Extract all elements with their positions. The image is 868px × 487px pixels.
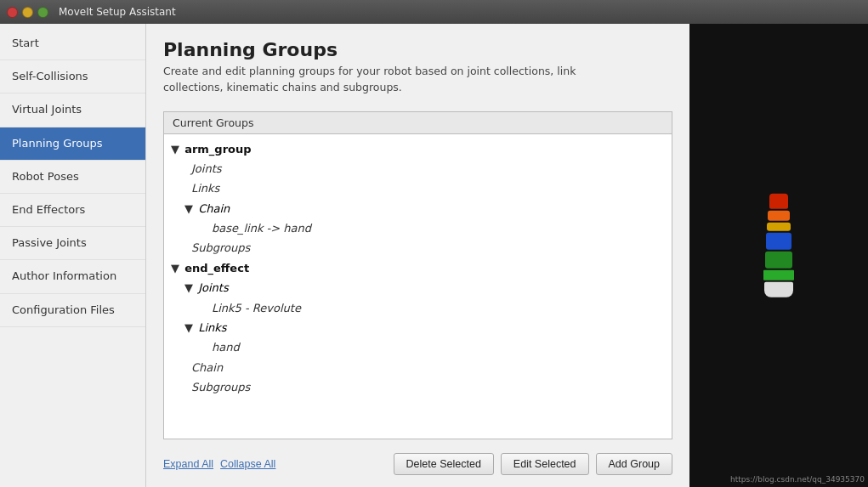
panel-header: Current Groups <box>164 112 672 134</box>
robot-visual <box>763 193 794 297</box>
groups-panel: Current Groups ▼ arm_group Joints Links … <box>163 111 672 440</box>
robot-seg-white <box>764 281 793 297</box>
app-window: Start Self-Collisions Virtual Joints Pla… <box>0 24 868 487</box>
3d-view-panel: https://blog.csdn.net/qq_34935370 <box>689 24 868 487</box>
sidebar: Start Self-Collisions Virtual Joints Pla… <box>0 24 146 487</box>
links-arrow-icon-end: ▼ <box>184 321 193 334</box>
add-group-button[interactable]: Add Group <box>596 453 672 475</box>
tree-group-arm[interactable]: ▼ arm_group <box>171 139 665 159</box>
link5-label: Link5 - Revolute <box>212 302 301 314</box>
3d-canvas: https://blog.csdn.net/qq_34935370 <box>689 24 868 487</box>
sidebar-item-passive-joints[interactable]: Passive Joints <box>0 227 145 260</box>
arrow-icon: ▼ <box>171 143 179 156</box>
tree-leaf-link5[interactable]: Link5 - Revolute <box>171 298 665 318</box>
tree-group-end-effect[interactable]: ▼ end_effect <box>171 258 665 278</box>
tree-parent-joints-end[interactable]: ▼ Joints <box>171 278 665 297</box>
tree-leaf-hand[interactable]: hand <box>171 337 665 357</box>
delete-selected-button[interactable]: Delete Selected <box>394 453 494 475</box>
watermark: https://blog.csdn.net/qq_34935370 <box>730 475 865 484</box>
close-button[interactable] <box>7 7 18 18</box>
tree-parent-links-end[interactable]: ▼ Links <box>171 318 665 337</box>
group-label-end-effect: end_effect <box>184 262 249 275</box>
sidebar-item-virtual-joints[interactable]: Virtual Joints <box>0 93 145 127</box>
sidebar-item-end-effectors[interactable]: End Effectors <box>0 194 145 227</box>
titlebar-buttons <box>7 7 48 18</box>
joints-label-end: Joints <box>198 281 229 294</box>
chain-value-arm: base_link -> hand <box>212 222 311 235</box>
minimize-button[interactable] <box>22 7 33 18</box>
desc-line1: Create and edit planning groups for your… <box>163 65 576 77</box>
sidebar-item-author-information[interactable]: Author Information <box>0 260 145 293</box>
tree-leaf-chain-end[interactable]: Chain <box>171 358 665 377</box>
sidebar-item-configuration-files[interactable]: Configuration Files <box>0 294 145 327</box>
tree-leaf-joints-arm[interactable]: Joints <box>171 159 665 178</box>
expand-all-button[interactable]: Expand All <box>163 458 213 470</box>
sidebar-item-planning-groups[interactable]: Planning Groups <box>0 127 145 161</box>
sidebar-item-self-collisions[interactable]: Self-Collisions <box>0 60 145 93</box>
robot-seg-green2 <box>763 269 794 280</box>
main-content: Planning Groups Create and edit planning… <box>146 24 689 487</box>
bottom-bar: Expand All Collapse All Delete Selected … <box>163 453 672 475</box>
collapse-all-button[interactable]: Collapse All <box>220 458 275 470</box>
page-title: Planning Groups <box>163 39 672 60</box>
tree-leaf-subgroups-end[interactable]: Subgroups <box>171 377 665 397</box>
page-description: Create and edit planning groups for your… <box>163 64 672 96</box>
window-title: MoveIt Setup Assistant <box>59 6 176 18</box>
chain-arrow-icon: ▼ <box>184 202 193 215</box>
sidebar-item-start[interactable]: Start <box>0 27 145 60</box>
robot-seg-green <box>765 251 792 268</box>
chain-label-arm: Chain <box>198 202 230 215</box>
robot-seg-red-top <box>769 193 788 208</box>
group-label-arm: arm_group <box>184 143 251 156</box>
arrow-icon-end: ▼ <box>171 262 179 275</box>
desc-line2: collections, kinematic chains and subgro… <box>163 81 402 93</box>
titlebar: MoveIt Setup Assistant <box>0 0 868 24</box>
tree-leaf-links-arm[interactable]: Links <box>171 178 665 198</box>
tree-leaf-baselink-hand[interactable]: base_link -> hand <box>171 218 665 238</box>
panel-body[interactable]: ▼ arm_group Joints Links ▼ Chain base_li… <box>164 134 672 439</box>
sidebar-item-robot-poses[interactable]: Robot Poses <box>0 161 145 194</box>
robot-seg-orange <box>768 210 790 220</box>
hand-label: hand <box>212 341 240 354</box>
robot-seg-blue <box>766 232 791 249</box>
robot-seg-yellow <box>767 222 791 230</box>
maximize-button[interactable] <box>37 7 48 18</box>
tree-leaf-subgroups-arm[interactable]: Subgroups <box>171 238 665 258</box>
tree-parent-chain-arm[interactable]: ▼ Chain <box>171 199 665 218</box>
links-label-end: Links <box>198 321 226 334</box>
edit-selected-button[interactable]: Edit Selected <box>501 453 589 475</box>
joints-arrow-icon-end: ▼ <box>184 281 193 294</box>
